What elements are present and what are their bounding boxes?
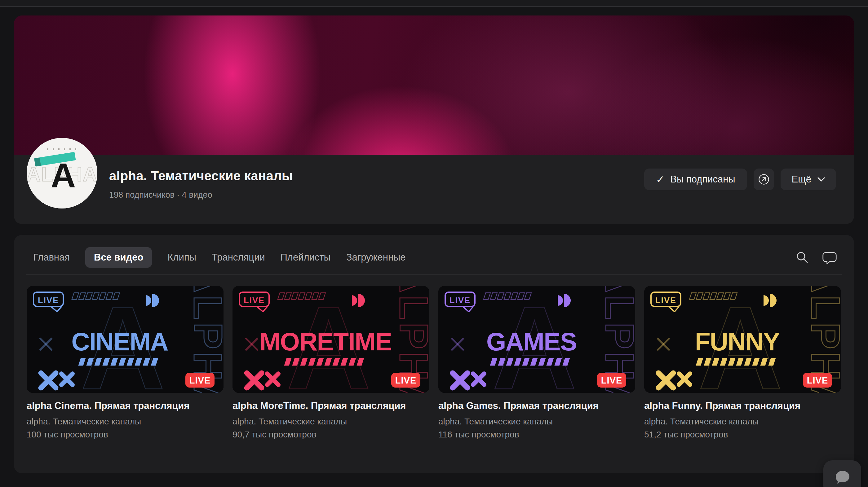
channel-actions: ✓ Вы подписаны Ещё — [644, 168, 836, 190]
video-card: ALPHA LIVE GAMES LIVE alpha Games. Пряма… — [438, 286, 635, 440]
chevron-down-icon — [817, 177, 825, 182]
more-button-label: Ещё — [792, 174, 811, 185]
thumb-live-outline-label: LIVE — [244, 296, 265, 305]
video-title[interactable]: alpha Cinema. Прямая трансляция — [27, 400, 223, 412]
channel-banner — [14, 15, 854, 155]
video-grid: ALPHA LIVE CINEMA LIVE alpha Cinema. Пря… — [27, 286, 841, 440]
tab-streams[interactable]: Трансляции — [212, 247, 265, 268]
live-badge: LIVE — [601, 376, 622, 385]
video-thumbnail[interactable]: ALPHA LIVE CINEMA LIVE — [27, 286, 223, 393]
tabs-row: Главная Все видео Клипы Трансляции Плейл… — [33, 247, 837, 268]
tab-icons — [795, 250, 837, 265]
video-views: 51,2 тыс просмотров — [644, 430, 841, 440]
avatar-logo-letter: A — [51, 156, 76, 195]
check-icon: ✓ — [656, 174, 665, 185]
video-title[interactable]: alpha MoreTime. Прямая трансляция — [232, 400, 429, 412]
live-badge: LIVE — [189, 376, 211, 385]
video-channel: alpha. Тематические каналы — [644, 417, 841, 427]
video-channel: alpha. Тематические каналы — [27, 417, 223, 427]
channel-title: alpha. Тематические каналы — [109, 168, 293, 184]
thumb-live-outline-label: LIVE — [38, 296, 59, 305]
channel-content-card: Главная Все видео Клипы Трансляции Плейл… — [14, 235, 854, 474]
video-card: ALPHA LIVE MORETIME LIVE alpha MoreTime.… — [232, 286, 429, 440]
tab-all-videos[interactable]: Все видео — [85, 247, 152, 268]
thumb-live-outline-label: LIVE — [450, 296, 471, 305]
video-title[interactable]: alpha Funny. Прямая трансляция — [644, 400, 841, 412]
video-title[interactable]: alpha Games. Прямая трансляция — [438, 400, 635, 412]
support-chat-button[interactable] — [824, 460, 861, 487]
share-button[interactable] — [754, 168, 774, 190]
live-badge: LIVE — [807, 376, 828, 385]
video-views: 100 тыс просмотров — [27, 430, 223, 440]
subscribed-button[interactable]: ✓ Вы подписаны — [644, 168, 747, 190]
tab-playlists[interactable]: Плейлисты — [281, 247, 331, 268]
comments-icon[interactable] — [822, 250, 837, 265]
video-card: ALPHA LIVE FUNNY LIVE alpha Funny. Пряма… — [644, 286, 841, 440]
video-views: 116 тыс просмотров — [438, 430, 635, 440]
video-thumbnail[interactable]: ALPHA LIVE MORETIME LIVE — [232, 286, 429, 393]
channel-avatar[interactable]: ALPHA A — [27, 138, 97, 208]
thumb-live-outline-label: LIVE — [655, 296, 676, 305]
channel-header-card: ALPHA A alpha. Тематические каналы 198 п… — [14, 15, 854, 224]
video-thumbnail[interactable]: ALPHA LIVE GAMES LIVE — [438, 286, 635, 393]
tab-home[interactable]: Главная — [33, 247, 70, 268]
channel-info: alpha. Тематические каналы 198 подписчик… — [109, 168, 293, 200]
video-channel: alpha. Тематические каналы — [232, 417, 429, 427]
tabs-divider — [26, 274, 842, 275]
thumb-brand-text: MORETIME — [259, 327, 392, 356]
chat-bubble-icon — [833, 468, 851, 486]
thumb-brand-text: CINEMA — [71, 327, 168, 356]
tab-clips[interactable]: Клипы — [167, 247, 196, 268]
search-icon[interactable] — [795, 250, 810, 265]
video-channel: alpha. Тематические каналы — [438, 417, 635, 427]
top-bar — [0, 0, 868, 7]
subscribed-button-label: Вы подписаны — [670, 174, 735, 185]
live-badge: LIVE — [395, 376, 416, 385]
more-button[interactable]: Ещё — [781, 168, 836, 190]
thumb-brand-text: FUNNY — [695, 327, 780, 356]
channel-meta: 198 подписчиков · 4 видео — [109, 190, 293, 200]
video-views: 90,7 тыс просмотров — [232, 430, 429, 440]
thumb-brand-text: GAMES — [486, 327, 577, 356]
video-card: ALPHA LIVE CINEMA LIVE alpha Cinema. Пря… — [27, 286, 223, 440]
video-thumbnail[interactable]: ALPHA LIVE FUNNY LIVE — [644, 286, 841, 393]
tab-uploaded[interactable]: Загруженные — [346, 247, 406, 268]
share-arrow-icon — [755, 168, 772, 190]
